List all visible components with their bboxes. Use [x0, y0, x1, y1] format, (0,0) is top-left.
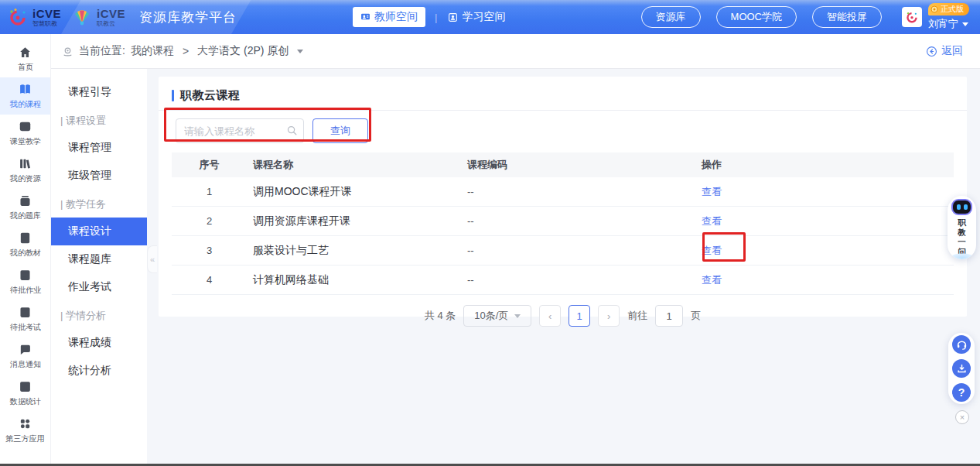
row-name: 服装设计与工艺: [253, 244, 467, 258]
sidebar-item-label: 我的题库: [9, 211, 40, 221]
view-link[interactable]: 查看: [702, 185, 954, 199]
teacher-space-label: 教师空间: [374, 10, 418, 24]
row-code: --: [467, 215, 702, 227]
download-button[interactable]: [952, 359, 971, 378]
courses-icon: [19, 83, 32, 96]
title-accent-bar: [172, 90, 174, 101]
submenu-item-class-management[interactable]: 班级管理: [51, 162, 147, 190]
home-icon: [19, 46, 32, 59]
customer-service-button[interactable]: [952, 335, 971, 354]
headset-icon: [956, 339, 968, 351]
table-row: 2 调用资源库课程开课 -- 查看: [172, 207, 954, 236]
submenu-section-teaching-tasks: | 教学任务: [51, 190, 147, 218]
query-button[interactable]: 查询: [312, 118, 368, 143]
learning-space-tab[interactable]: 学习空间: [446, 7, 507, 27]
quick-links: 资源库 MOOC学院 智能投屏: [641, 6, 882, 28]
page-size-value: 10条/页: [474, 309, 508, 323]
ai-assistant-widget[interactable]: 职 教 一 问: [948, 196, 976, 259]
logo-sub-text: 智慧职教: [32, 21, 61, 27]
page-size-select[interactable]: 10条/页: [463, 305, 531, 327]
sidebar-item-notifications[interactable]: 消息通知: [0, 338, 50, 375]
sidebar-item-label: 数据统计: [9, 396, 40, 407]
prev-page-button[interactable]: ‹: [539, 305, 561, 327]
resource-lib-button[interactable]: 资源库: [641, 6, 701, 28]
course-search-input[interactable]: [176, 118, 304, 143]
sidebar-item-statistics[interactable]: 数据统计: [0, 375, 50, 412]
pagination: 共 4 条 10条/页 ‹ 1 › 前往 页: [159, 305, 967, 327]
course-list-card: 职教云课程 查询: [159, 77, 967, 317]
column-header-action: 操作: [702, 158, 954, 172]
submenu-item-course-guide[interactable]: 课程引导: [51, 78, 147, 106]
sidebar-item-home[interactable]: 首页: [0, 40, 50, 77]
row-code: --: [467, 274, 702, 286]
row-seq: 2: [172, 215, 253, 227]
view-link[interactable]: 查看: [702, 214, 954, 228]
table-header-row: 序号 课程名称 课程编码 操作: [172, 152, 954, 177]
teacher-space-tab[interactable]: 教师空间: [353, 7, 425, 27]
sidebar-item-classroom-teaching[interactable]: 课堂教学: [0, 115, 50, 152]
breadcrumb-root[interactable]: 我的课程: [131, 44, 174, 58]
avatar[interactable]: [902, 7, 922, 27]
submenu-item-course-grades[interactable]: 课程成绩: [51, 329, 147, 357]
sidebar-item-pending-exams[interactable]: 待批考试: [0, 300, 50, 338]
breadcrumb-separator: >: [183, 45, 189, 57]
back-label: 返回: [941, 44, 963, 58]
sidebar-item-my-textbooks[interactable]: 我的教材: [0, 226, 50, 263]
license-badge-label: 正式版: [941, 4, 964, 15]
chevron-down-icon[interactable]: [297, 50, 303, 53]
sidebar-item-label: 课堂教学: [9, 136, 40, 147]
sidebar-item-label: 消息通知: [9, 359, 40, 370]
goto-unit: 页: [691, 309, 701, 323]
table-row: 3 服装设计与工艺 -- 查看: [172, 236, 954, 266]
license-badge: 正式版: [928, 3, 969, 15]
sidebar-item-label: 待批作业: [9, 285, 40, 296]
row-name: 调用资源库课程开课: [253, 214, 467, 228]
submenu-item-course-management[interactable]: 课程管理: [51, 134, 147, 162]
sidebar-item-third-party-apps[interactable]: 第三方应用: [0, 412, 50, 449]
message-icon: [19, 343, 32, 356]
collapse-submenu-button[interactable]: «: [147, 245, 157, 273]
course-submenu: 课程引导 | 课程设置 课程管理 班级管理 | 教学任务 课程设计 课程题库 作…: [51, 69, 147, 464]
sidebar-item-pending-homework[interactable]: 待批作业: [0, 263, 50, 300]
submenu-section-course-settings: | 课程设置: [51, 106, 147, 134]
close-icon: ×: [960, 413, 965, 422]
submenu-item-homework-exam[interactable]: 作业考试: [51, 273, 147, 301]
search-icon[interactable]: [286, 125, 298, 136]
view-link[interactable]: 查看: [702, 273, 954, 287]
next-page-button[interactable]: ›: [598, 305, 620, 327]
statistics-icon: [19, 380, 32, 393]
goto-page-input[interactable]: [655, 305, 683, 327]
sidebar-item-label: 我的资源: [9, 173, 40, 184]
help-button[interactable]: ?: [952, 383, 971, 402]
view-link[interactable]: 查看: [702, 244, 954, 258]
textbook-icon: [19, 231, 32, 245]
logo-brand-text: iCVE: [97, 8, 125, 19]
row-seq: 3: [172, 245, 253, 256]
submenu-item-course-question-bank[interactable]: 课程题库: [51, 245, 147, 273]
submenu-item-statistical-analysis[interactable]: 统计分析: [51, 357, 147, 385]
icve-zhihuizhijiao-logo: iCVE 智慧职教: [8, 7, 61, 27]
row-seq: 4: [172, 274, 253, 286]
user-cluster[interactable]: 正式版 刘宵宁: [902, 3, 969, 31]
back-button[interactable]: 返回: [926, 44, 963, 58]
mooc-college-button[interactable]: MOOC学院: [716, 6, 797, 28]
page-number-button[interactable]: 1: [569, 305, 590, 327]
goto-label: 前往: [627, 309, 647, 323]
logo-brand-text: iCVE: [32, 8, 61, 19]
sidebar-item-my-question-bank[interactable]: 我的题库: [0, 189, 50, 226]
question-bank-icon: [19, 194, 32, 207]
teacher-icon: [360, 12, 370, 22]
sidebar-item-my-courses[interactable]: 我的课程: [0, 77, 50, 115]
top-header: iCVE 智慧职教 iCVE 职教云 资源库教学平台: [0, 0, 980, 34]
platform-title: 资源库教学平台: [139, 9, 237, 26]
sidebar-item-my-resources[interactable]: 我的资源: [0, 152, 50, 189]
smart-cast-button[interactable]: 智能投屏: [812, 6, 882, 28]
primary-sidebar: 首页 我的课程 课堂教学 我的资源: [0, 34, 51, 464]
table-row: 1 调用MOOC课程开课 -- 查看: [172, 177, 954, 207]
icve-swirl-icon: [8, 7, 28, 27]
icve-zhijiaoyun-logo: iCVE 职教云: [72, 8, 125, 27]
breadcrumb-current[interactable]: 大学语文 (2P) 原创: [197, 44, 289, 58]
chevron-down-icon: [962, 22, 968, 26]
submenu-item-course-design[interactable]: 课程设计: [51, 218, 147, 245]
close-toolbar-button[interactable]: ×: [955, 410, 969, 424]
